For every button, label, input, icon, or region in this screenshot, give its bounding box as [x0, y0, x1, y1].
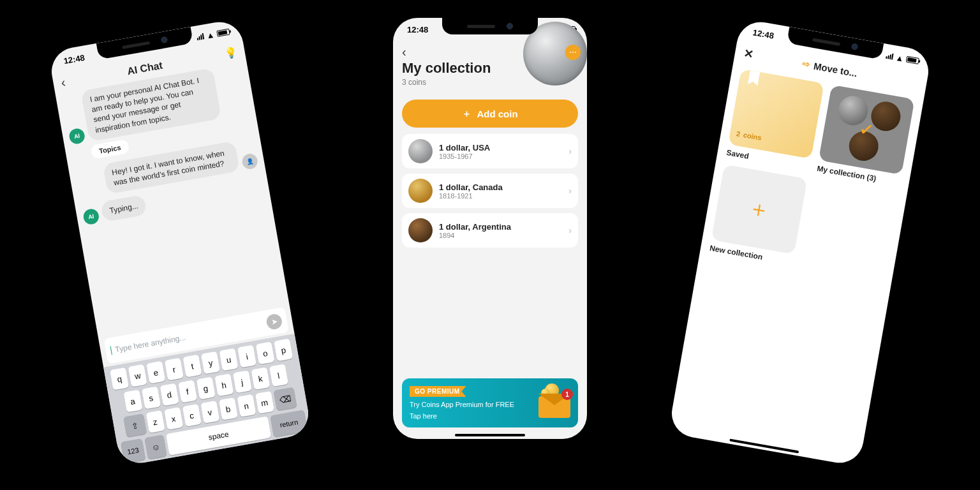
key-s[interactable]: s	[142, 387, 161, 410]
key-return[interactable]: return	[270, 410, 308, 437]
key-u[interactable]: u	[219, 348, 238, 371]
key-i[interactable]: i	[237, 345, 256, 368]
user-avatar: 👤	[241, 152, 259, 170]
wifi-icon: ▲	[895, 53, 905, 63]
key-m[interactable]: m	[255, 391, 274, 414]
key-emoji[interactable]: ☺	[144, 434, 167, 459]
clock: 12:48	[63, 52, 85, 66]
close-button[interactable]: ✕	[743, 46, 755, 61]
envelope-icon: 1	[533, 385, 572, 418]
bot-avatar: AI	[82, 208, 100, 226]
key-r[interactable]: r	[165, 358, 184, 381]
key-j[interactable]: j	[232, 370, 251, 393]
topics-chip[interactable]: Topics	[90, 139, 130, 160]
key-c[interactable]: c	[182, 404, 201, 427]
typing-indicator: Typing...	[100, 195, 147, 223]
chat-scroll[interactable]: AI I am your personal AI Chat Bot. I am …	[56, 62, 290, 340]
chevron-right-icon: ›	[568, 186, 572, 196]
key-123[interactable]: 123	[121, 438, 145, 463]
send-button[interactable]: ➤	[265, 313, 283, 330]
battery-icon	[216, 29, 230, 37]
key-q[interactable]: q	[110, 368, 129, 390]
key-n[interactable]: n	[237, 394, 256, 417]
key-⇧[interactable]: ⇧	[123, 413, 147, 437]
signal-icon	[886, 52, 894, 60]
key-b[interactable]: b	[218, 397, 237, 420]
key-p[interactable]: p	[274, 338, 293, 361]
coin-row[interactable]: 1 dollar, Argentina1894›	[402, 213, 578, 248]
home-indicator[interactable]	[729, 439, 799, 454]
coin-thumb	[408, 179, 433, 203]
premium-ribbon: GO PREMIUM	[410, 386, 466, 397]
plus-icon: ＋	[462, 108, 471, 120]
coin-thumb	[408, 218, 433, 242]
add-coin-button[interactable]: ＋ Add coin	[402, 100, 578, 128]
signal-icon	[197, 33, 205, 41]
key-l[interactable]: l	[269, 364, 288, 387]
key-z[interactable]: z	[145, 410, 165, 433]
key-v[interactable]: v	[200, 401, 219, 424]
chevron-right-icon: ›	[568, 146, 572, 156]
key-a[interactable]: a	[123, 390, 142, 413]
key-d[interactable]: d	[160, 383, 179, 406]
key-k[interactable]: k	[251, 367, 270, 390]
battery-icon	[906, 56, 919, 64]
plus-icon: ＋	[711, 165, 808, 255]
chevron-right-icon: ›	[568, 225, 572, 235]
coin-thumb	[408, 139, 433, 163]
home-indicator[interactable]	[455, 434, 525, 436]
premium-banner[interactable]: GO PREMIUM Try Coins App Premium for FRE…	[402, 378, 578, 427]
hint-icon[interactable]: 💡	[223, 46, 238, 60]
key-h[interactable]: h	[214, 374, 234, 397]
clock: 12:48	[407, 25, 428, 34]
key-⌫[interactable]: ⌫	[273, 387, 297, 411]
folder-icon: ⇨	[801, 58, 811, 70]
key-x[interactable]: x	[164, 407, 183, 430]
coin-row[interactable]: 1 dollar, USA1935-1967›	[402, 134, 578, 168]
coin-list[interactable]: 1 dollar, USA1935-1967›1 dollar, Canada1…	[393, 134, 587, 248]
key-w[interactable]: w	[128, 364, 147, 387]
more-button[interactable]: ⋯	[565, 45, 581, 60]
back-button[interactable]: ‹	[60, 75, 67, 91]
key-o[interactable]: o	[256, 341, 275, 364]
clock: 12:48	[752, 27, 775, 41]
folder-tile-saved[interactable]: 2 coins Saved	[726, 69, 824, 172]
key-g[interactable]: g	[196, 377, 215, 400]
folder-tile-new[interactable]: ＋ New collection	[709, 165, 807, 267]
key-f[interactable]: f	[178, 380, 197, 403]
coin-row[interactable]: 1 dollar, Canada1818-1921›	[402, 174, 578, 208]
wifi-icon: ▲	[205, 30, 215, 40]
key-e[interactable]: e	[146, 361, 165, 384]
bookmark-icon	[748, 70, 761, 85]
back-button[interactable]: ‹	[402, 45, 406, 59]
folder-tile-mycollection[interactable]: ✓ My collection (3)	[816, 85, 914, 188]
key-y[interactable]: y	[201, 352, 220, 375]
key-t[interactable]: t	[182, 355, 202, 378]
bot-avatar: AI	[68, 127, 86, 145]
